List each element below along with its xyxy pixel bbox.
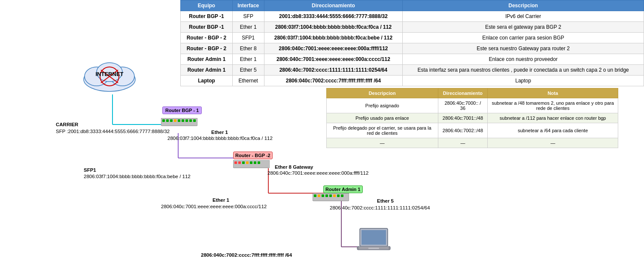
router-admin1-box: Router Admin 1 <box>323 185 363 193</box>
main-table: Equipo Interface Direccionamiento Descri… <box>180 0 644 86</box>
table-cell: IPv6 del Carrier <box>403 11 644 22</box>
col-header-descripcion: Descripcion <box>403 0 644 11</box>
svg-rect-38 <box>329 194 332 197</box>
second-table: Descripcion Direccionamiento Nota Prefij… <box>326 88 618 148</box>
svg-rect-19 <box>174 119 176 122</box>
table-cell: Este sera el gateway para BGP 2 <box>403 22 644 33</box>
table-cell: Router BGP -1 <box>181 22 233 33</box>
table-row: Router Admin 1Ether 12806:040c:7001:eeee… <box>181 54 644 65</box>
ether8-gw-addr: 2806:040c:7001:eeee:eeee:eeee:000a:ffff/… <box>267 170 368 176</box>
table-cell: Router - BGP - 2 <box>181 43 233 54</box>
svg-rect-17 <box>166 119 169 122</box>
table-cell: Esta interfaz sera para nuestros cliente… <box>403 65 644 76</box>
table-cell: Laptop <box>181 76 233 86</box>
table-cell: SFP1 <box>232 33 264 43</box>
table-cell: 2806:40c:7002::/48 <box>438 123 488 138</box>
table-cell: Ether 1 <box>232 22 264 33</box>
table-cell: Enlace con nuestro proveedor <box>403 54 644 65</box>
router-bgp2-box: Router - BGP -2 <box>233 152 273 159</box>
svg-rect-36 <box>322 194 324 197</box>
internet-cloud: INTERNET <box>79 56 140 96</box>
svg-rect-22 <box>185 119 188 122</box>
table-cell: — <box>438 138 488 148</box>
table-cell: 2806:03f7:1004:bbbb:bbbb:bbbb:f0ca:f0ca … <box>264 22 403 33</box>
router-bgp2-label: Router - BGP -2 <box>235 153 270 158</box>
table-cell: Ether 1 <box>232 54 264 65</box>
router-bgp1-box: Router BGP - 1 <box>162 106 202 114</box>
table-cell: 2806:40c:7001::/48 <box>438 113 488 123</box>
table-cell: Router Admin 1 <box>181 65 233 76</box>
router-bgp2-device <box>233 160 270 171</box>
table-row: ——— <box>327 138 618 148</box>
laptop-addr-label: 2806:040c:7002:cccc:7fff:ffff:ffff:ffff … <box>201 252 292 258</box>
svg-rect-30 <box>250 161 252 164</box>
svg-rect-39 <box>333 194 336 197</box>
table-cell: Laptop <box>403 76 644 86</box>
svg-rect-40 <box>337 194 340 197</box>
table-cell: — <box>327 138 438 148</box>
table-cell: Router - BGP - 2 <box>181 33 233 43</box>
svg-rect-31 <box>254 161 256 164</box>
ether5-addr: 2806:40c:7002:cccc:1111:1111:1111:0254/6… <box>330 205 430 210</box>
sfp1-bgp2-label: SFP1 <box>84 167 96 173</box>
svg-rect-26 <box>234 161 237 164</box>
table-cell: 2806:040c:7001:eeee:eeee:eeee:000a:cccc/… <box>264 54 403 65</box>
carrier-label: CARRIER <box>56 122 78 127</box>
ether1-bgp1-addr: 2806:03f7:1004:bbbb:bbbb:bbbb:f0ca:f0ca … <box>167 136 273 141</box>
table-row: Prefijo delegado por el carrier, se usar… <box>327 123 618 138</box>
table-cell: Router Admin 1 <box>181 54 233 65</box>
ether5-label: Ether 5 <box>377 198 394 203</box>
table-cell: subnetear a /48 tomaremos 2, uno para en… <box>488 98 618 113</box>
carrier-sfp-label: SFP :2001:db8:3333:4444:5555:6666:7777:8… <box>56 129 170 134</box>
svg-rect-20 <box>178 119 180 122</box>
table-row: Router - BGP - 2Ether 82806:040c:7001:ee… <box>181 43 644 54</box>
table-cell: SFP <box>232 11 264 22</box>
table-cell: Router BGP -1 <box>181 11 233 22</box>
router-bgp1-device <box>161 118 197 129</box>
table-row: LaptopEthernet2806:040c:7002:cccc:7fff:f… <box>181 76 644 86</box>
table-row: Prefijo asignado2806:40c:7000:: / 36subn… <box>327 98 618 113</box>
table-cell: 2001:db8:3333:4444:5555:6666:7777:8888/3… <box>264 11 403 22</box>
table-row: Router Admin 1Ether 52806:40c:7002:cccc:… <box>181 65 644 76</box>
table-cell: Ethernet <box>232 76 264 86</box>
main-table-section: Equipo Interface Direccionamiento Descri… <box>180 0 644 86</box>
table-cell: Enlace con carrier para sesion BGP <box>403 33 644 43</box>
table-cell: 2806:040c:7001:eeee:eeee:eeee:000a:ffff/… <box>264 43 403 54</box>
table-cell: subnetear a /112 para hacer enlace con r… <box>488 113 618 123</box>
table-cell: — <box>488 138 618 148</box>
table-cell: 2806:040c:7002:cccc:7fff:ffff:ffff:ffff … <box>264 76 403 86</box>
ether1-admin-label: Ether 1 <box>213 197 229 203</box>
col-header-interface: Interface <box>232 0 264 11</box>
svg-rect-34 <box>314 194 316 197</box>
table-row: Router BGP -1SFP2001:db8:3333:4444:5555:… <box>181 11 644 22</box>
svg-rect-16 <box>162 119 165 122</box>
ether1-bgp1-label: Ether 1 <box>211 130 228 135</box>
table-cell: 2806:40c:7002:cccc:1111:1111:1111:0254/6… <box>264 65 403 76</box>
table-cell: Ether 5 <box>232 65 264 76</box>
table-row: Prefijo usado para enlace2806:40c:7001::… <box>327 113 618 123</box>
second-table-section: Descripcion Direccionamiento Nota Prefij… <box>326 88 618 148</box>
col2-header-nota: Nota <box>488 88 618 98</box>
svg-rect-24 <box>193 119 196 122</box>
internet-label: INTERNET <box>79 71 140 77</box>
table-cell: Ether 8 <box>232 43 264 54</box>
svg-rect-27 <box>238 161 241 164</box>
router-bgp1-label: Router BGP - 1 <box>165 108 199 113</box>
svg-rect-43 <box>361 230 386 245</box>
svg-rect-28 <box>242 161 245 164</box>
ether8-gw-label: Ether 8 Gateway <box>275 164 313 170</box>
svg-rect-18 <box>170 119 173 122</box>
table-row: Router - BGP - 2SFP12806:03f7:1004:bbbb:… <box>181 33 644 43</box>
svg-rect-32 <box>258 161 260 164</box>
svg-rect-41 <box>341 194 343 197</box>
svg-rect-23 <box>189 119 192 122</box>
table-cell: Prefijo delegado por el carrier, se usar… <box>327 123 438 138</box>
col-header-direccionamiento: Direccionamiento <box>264 0 403 11</box>
table-cell: subnetear a /64 para cada cliente <box>488 123 618 138</box>
table-row: Router BGP -1Ether 12806:03f7:1004:bbbb:… <box>181 22 644 33</box>
svg-rect-35 <box>318 194 320 197</box>
ether1-admin-addr: 2806:040c:7001:eeee:eeee:eeee:000a:cccc/… <box>161 204 267 209</box>
table-cell: 2806:40c:7000:: / 36 <box>438 98 488 113</box>
table-cell: 2806:03f7:1004:bbbb:bbbb:bbbb:f0ca:bebe … <box>264 33 403 43</box>
svg-rect-21 <box>182 119 184 122</box>
